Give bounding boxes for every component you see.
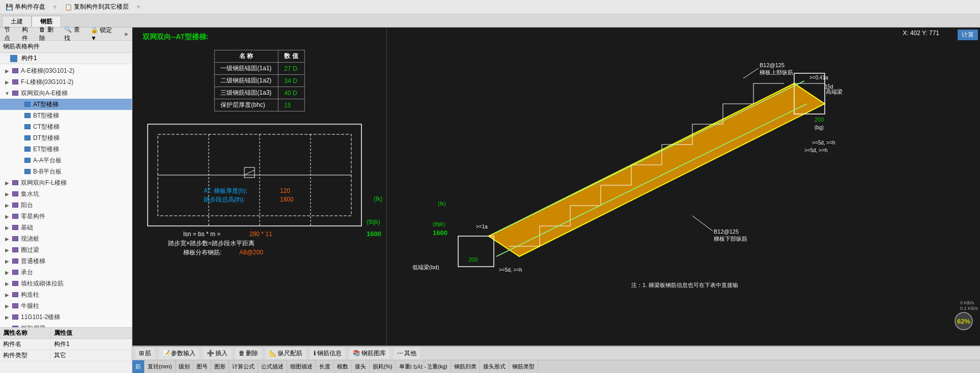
tree-item-kjbl[interactable]: ▶ 框架扁梁 xyxy=(0,323,132,327)
table-row-4: 保护层厚度(bhc) 15 xyxy=(214,99,304,111)
props-col2: 属性值 xyxy=(51,328,132,338)
tree-item-swaae[interactable]: ▼ 双网双向A-E楼梯 xyxy=(0,88,132,99)
tree-item-bbp[interactable]: B-B平台板 xyxy=(0,166,132,177)
tree-item-yt[interactable]: ▶ 阳台 xyxy=(0,199,132,211)
fk-label: (fk) xyxy=(374,195,382,203)
insert-btn[interactable]: ➕ 插入 xyxy=(203,348,231,359)
rebar-btn[interactable]: ⊞ 筋 xyxy=(135,348,155,359)
tree-item-ptlt[interactable]: ▶ 普通楼梯 xyxy=(0,255,132,267)
tbjk-label: (tbjk) xyxy=(367,218,380,225)
toggle-nlz[interactable]: ▶ xyxy=(4,303,10,309)
svg-text:lsn = bs * m =: lsn = bs * m = xyxy=(183,231,220,238)
copy-button[interactable]: 📋 复制构件到其它楼层 xyxy=(61,1,132,13)
detail-panel: X: 402 Y: 771 计算 xyxy=(387,27,980,346)
svg-text:踏步宽×踏步数=踏步段水平距离: 踏步宽×踏步数=踏步段水平距离 xyxy=(168,240,255,247)
svg-text:梯板下部纵筋: 梯板下部纵筋 xyxy=(713,236,747,242)
col-loss: 损耗(%) xyxy=(370,360,396,373)
prop-name-1: 构件名 xyxy=(0,339,51,350)
swfl-icon xyxy=(11,179,19,187)
toggle-yt[interactable]: ▶ xyxy=(4,202,10,208)
config-btn[interactable]: 📐 纵尺配筋 xyxy=(266,348,306,359)
svg-text:1800: 1800 xyxy=(280,196,294,203)
td-name-1: 一级钢筋锚固(1a1) xyxy=(214,63,278,75)
svg-text:踏步段总高(th):: 踏步段总高(th): xyxy=(204,196,245,203)
td-val-3: 40 D xyxy=(278,87,304,99)
copy-icon: 📋 xyxy=(65,4,72,11)
toggle-ae[interactable]: ▶ xyxy=(4,68,10,74)
main-area: 节点 构件 🗑 删除 🔍 查找 🔒 锁定 ▼ » 钢筋表格构件 构件1 ▶ A-… xyxy=(0,27,980,373)
td-name-3: 三级钢筋锚固(1a3) xyxy=(214,87,278,99)
tree-item-xjz[interactable]: ▶ 现浇桩 xyxy=(0,233,132,244)
tbjk-value: 1600 xyxy=(367,230,381,238)
lock-btn[interactable]: 🔒 锁定 ▼ xyxy=(89,25,120,43)
tree-item-qgl[interactable]: ▶ 圈过梁 xyxy=(0,244,132,255)
library-btn[interactable]: 📚 钢筋图库 xyxy=(349,348,389,359)
tree-item-jc[interactable]: ▶ 基础 xyxy=(0,222,132,233)
spacer-bbp xyxy=(16,168,22,175)
tree-item-nlz[interactable]: ▶ 牛腿柱 xyxy=(0,300,132,311)
ct2-icon xyxy=(11,268,19,276)
expand-arrow[interactable]: » xyxy=(122,30,130,39)
svg-text:1600: 1600 xyxy=(433,229,447,237)
toggle-swaae[interactable]: ▼ xyxy=(4,90,10,96)
toggle-jc[interactable]: ▶ xyxy=(4,224,10,231)
tree-item-ct2[interactable]: ▶ 承台 xyxy=(0,267,132,278)
tree-item-11g[interactable]: ▶ 11G101-2楼梯 xyxy=(0,311,132,323)
col-grade: 级别 xyxy=(176,360,193,373)
toggle-ct2[interactable]: ▶ xyxy=(4,269,10,275)
toggle-qgl[interactable]: ▶ xyxy=(4,247,10,253)
speed-indicators: 0 Kib/s 0.1 Kib/s xyxy=(960,300,978,311)
library-icon: 📚 xyxy=(353,350,360,357)
save-icon: 💾 xyxy=(6,4,13,11)
del-btn[interactable]: 🗑 删除 xyxy=(235,348,262,359)
del-icon: 🗑 xyxy=(239,350,245,357)
tree-item-dt[interactable]: DT型楼梯 xyxy=(0,132,132,144)
component-icon xyxy=(10,55,17,62)
toggle-11g[interactable]: ▶ xyxy=(4,314,10,320)
col-figure: 图形 xyxy=(211,360,229,373)
tree-item-fl[interactable]: ▶ F-L楼梯(03G101-2) xyxy=(0,76,132,88)
th-value: 数 值 xyxy=(278,50,304,63)
more-icon: ⋯ xyxy=(397,350,403,357)
toggle-lxgj[interactable]: ▶ xyxy=(4,213,10,219)
tree-item-et[interactable]: ET型楼梯 xyxy=(0,144,132,155)
spacer-aap xyxy=(16,157,22,163)
svg-text:200: 200 xyxy=(815,117,824,123)
col-joint: 接头 xyxy=(352,360,370,373)
tree-item-at[interactable]: AT型楼梯 xyxy=(0,99,132,110)
info-btn[interactable]: ℹ 钢筋信息 xyxy=(310,348,345,359)
toggle-xjz[interactable]: ▶ xyxy=(4,236,10,242)
calc-button[interactable]: 计算 xyxy=(958,30,978,40)
toggle-gzz[interactable]: ▶ xyxy=(4,292,10,298)
dt-icon xyxy=(23,134,32,142)
tree-header: 钢筋表格构件 xyxy=(0,41,132,53)
toggle-qzlj[interactable]: ▶ xyxy=(4,280,10,286)
ae-icon xyxy=(11,67,19,75)
toggle-jsk[interactable]: ▶ xyxy=(4,191,10,197)
tree-item-bt[interactable]: BT型楼梯 xyxy=(0,110,132,121)
tree-item-qzlj[interactable]: ▶ 墙柱或砌体拉筋 xyxy=(0,278,132,289)
zoom-badge: 62% xyxy=(955,312,973,330)
toggle-ptlt[interactable]: ▶ xyxy=(4,258,10,264)
tree-item-gzz[interactable]: ▶ 构造柱 xyxy=(0,289,132,300)
tree-item-jsk[interactable]: ▶ 集水坑 xyxy=(0,188,132,199)
aap-icon xyxy=(23,156,32,164)
tree-item-ct[interactable]: CT型楼梯 xyxy=(0,121,132,132)
col-formula: 计算公式 xyxy=(229,360,258,373)
save-button[interactable]: 💾 单构件存盘 xyxy=(2,1,49,13)
tree-item-swfl[interactable]: ▶ 双网双向F-L楼梯 xyxy=(0,177,132,188)
tree-item-ae[interactable]: ▶ A-E楼梯(03G101-2) xyxy=(0,65,132,76)
params-btn[interactable]: 📝 参数输入 xyxy=(159,348,199,359)
info-icon: ℹ xyxy=(314,350,316,357)
col-jin[interactable]: 筋 xyxy=(132,360,145,373)
detail-drawing-svg: B12@125 梯板上部纵筋 B12@125 梯板下部纵筋 高端梁 >=0.41… xyxy=(387,43,980,307)
tree-item-lxgj[interactable]: ▶ 零星构件 xyxy=(0,211,132,222)
col-fignum: 图号 xyxy=(193,360,211,373)
toggle-fl[interactable]: ▶ xyxy=(4,79,10,85)
more-btn[interactable]: ⋯ 其他 xyxy=(394,348,420,359)
toggle-swfl[interactable]: ▶ xyxy=(4,180,10,186)
cad-schematic-svg: AT. 梯板厚度(h): 120 踏步段总高(th): 1800 lsn = b… xyxy=(143,119,377,262)
tree-item-aap[interactable]: A-A平台板 xyxy=(0,155,132,166)
tree-panel[interactable]: ▶ A-E楼梯(03G101-2) ▶ F-L楼梯(03G101-2) ▼ 双网… xyxy=(0,64,132,327)
jsk-icon xyxy=(11,190,19,198)
